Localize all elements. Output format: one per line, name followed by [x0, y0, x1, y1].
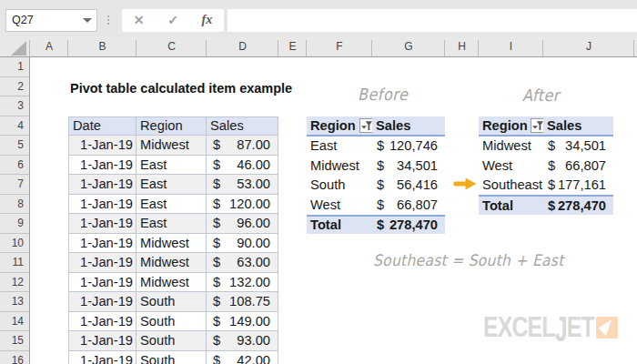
data-cell-date[interactable]: 1-Jan-19: [68, 214, 136, 234]
row-header-11[interactable]: 11: [0, 253, 29, 273]
data-cell-sales[interactable]: $149.00: [207, 312, 278, 332]
select-all-corner[interactable]: [0, 36, 30, 56]
row-header-8[interactable]: 8: [0, 195, 29, 215]
data-cell-sales[interactable]: $120.00: [207, 195, 278, 215]
before-row-sales[interactable]: $34,501: [372, 156, 445, 176]
column-header-J[interactable]: J: [543, 36, 634, 56]
column-header-D[interactable]: D: [207, 36, 278, 56]
data-cell-date[interactable]: 1-Jan-19: [68, 156, 136, 176]
data-cell-date[interactable]: 1-Jan-19: [68, 195, 136, 215]
before-row-sales[interactable]: $66,807: [372, 195, 445, 215]
data-cell-date[interactable]: 1-Jan-19: [68, 273, 136, 293]
before-row-region[interactable]: West: [307, 195, 372, 215]
before-total-label[interactable]: Total: [307, 215, 372, 235]
data-cell-date[interactable]: 1-Jan-19: [68, 331, 136, 351]
column-header-G[interactable]: G: [372, 36, 445, 56]
data-cell-sales[interactable]: $132.00: [207, 273, 278, 293]
data-cell-date[interactable]: 1-Jan-19: [68, 234, 136, 254]
data-cell-region[interactable]: Midwest: [136, 253, 207, 273]
data-cell-date[interactable]: 1-Jan-19: [68, 175, 136, 195]
cancel-icon[interactable]: ✕: [134, 14, 145, 26]
after-header-sales[interactable]: Sales: [543, 116, 613, 136]
column-header-I[interactable]: I: [479, 36, 543, 56]
row-header-13[interactable]: 13: [0, 292, 29, 312]
after-row-sales[interactable]: $34,501: [543, 136, 613, 157]
column-header-F[interactable]: F: [307, 36, 372, 56]
data-cell-date[interactable]: 1-Jan-19: [68, 253, 136, 273]
row-header-12[interactable]: 12: [0, 273, 29, 293]
filter-icon[interactable]: [531, 118, 543, 133]
data-cell-sales[interactable]: $108.75: [207, 292, 278, 312]
before-row-region[interactable]: East: [307, 136, 372, 157]
before-header-sales[interactable]: Sales: [372, 116, 445, 136]
column-header-H[interactable]: H: [445, 36, 479, 56]
name-box[interactable]: Q27: [5, 9, 97, 32]
currency-symbol: $: [213, 255, 220, 269]
row-header-1[interactable]: 1: [0, 57, 29, 77]
after-total-label[interactable]: Total: [479, 195, 543, 215]
data-table-header-region[interactable]: Region: [136, 116, 207, 136]
data-cell-region[interactable]: East: [136, 195, 207, 215]
before-row-region[interactable]: South: [307, 176, 372, 196]
row-header-3[interactable]: 3: [0, 96, 29, 116]
data-cell-sales[interactable]: $63.00: [207, 253, 278, 273]
before-row-sales[interactable]: $120,746: [372, 136, 445, 157]
after-header-region[interactable]: Region: [479, 116, 543, 136]
data-cell-date[interactable]: 1-Jan-19: [68, 351, 136, 364]
after-row-region[interactable]: Midwest: [479, 136, 543, 157]
data-cell-region[interactable]: South: [136, 312, 207, 332]
data-cell-region[interactable]: South: [136, 331, 207, 351]
row-header-6[interactable]: 6: [0, 156, 29, 176]
row-header-10[interactable]: 10: [0, 234, 29, 254]
row-header-15[interactable]: 15: [0, 331, 29, 351]
row-header-9[interactable]: 9: [0, 214, 29, 234]
data-table-header-date[interactable]: Date: [68, 116, 136, 136]
column-header-E[interactable]: E: [278, 36, 307, 56]
column-header-C[interactable]: C: [136, 36, 207, 56]
row-header-5[interactable]: 5: [0, 136, 29, 156]
name-box-dropdown-icon[interactable]: [83, 18, 92, 23]
enter-icon[interactable]: ✓: [167, 14, 178, 26]
data-cell-date[interactable]: 1-Jan-19: [68, 292, 136, 312]
data-cell-sales[interactable]: $53.00: [207, 175, 278, 195]
before-total-amount[interactable]: $278,470: [372, 215, 445, 235]
row-header-4[interactable]: 4: [0, 116, 29, 136]
row-header-16[interactable]: 16: [0, 351, 29, 364]
data-cell-region[interactable]: South: [136, 351, 207, 364]
row-header-14[interactable]: 14: [0, 312, 29, 332]
exceljet-logo: EXCELJET: [483, 313, 629, 349]
before-header-region[interactable]: Region: [307, 116, 372, 136]
data-cell-region[interactable]: South: [136, 292, 207, 312]
data-cell-sales[interactable]: $90.00: [207, 234, 278, 254]
data-cell-sales[interactable]: $46.00: [207, 156, 278, 176]
currency-symbol: $: [377, 138, 384, 153]
formula-buttons: ✕ ✓ fx: [122, 9, 224, 32]
data-cell-date[interactable]: 1-Jan-19: [68, 136, 136, 156]
data-cell-sales[interactable]: $93.00: [207, 331, 278, 351]
data-cell-region[interactable]: Midwest: [136, 136, 207, 156]
column-header-A[interactable]: A: [30, 36, 68, 56]
row-header-7[interactable]: 7: [0, 175, 29, 195]
column-header-B[interactable]: B: [68, 36, 136, 56]
data-cell-region[interactable]: East: [136, 214, 207, 234]
filter-icon[interactable]: [359, 118, 372, 133]
insert-function-icon[interactable]: fx: [201, 13, 212, 27]
after-row-sales[interactable]: $177,161: [543, 176, 613, 196]
formula-bar-input[interactable]: [228, 9, 637, 32]
before-row-region[interactable]: Midwest: [307, 156, 372, 176]
before-row-sales[interactable]: $56,416: [372, 176, 445, 196]
data-cell-region[interactable]: East: [136, 156, 207, 176]
after-total-amount[interactable]: $278,470: [543, 195, 613, 215]
data-cell-sales[interactable]: $42.00: [207, 351, 278, 364]
data-cell-sales[interactable]: $87.00: [207, 136, 278, 156]
after-row-region[interactable]: West: [479, 156, 543, 176]
data-cell-date[interactable]: 1-Jan-19: [68, 312, 136, 332]
data-cell-sales[interactable]: $96.00: [207, 214, 278, 234]
data-cell-region[interactable]: East: [136, 175, 207, 195]
data-table-header-sales[interactable]: Sales: [207, 116, 278, 136]
after-row-region[interactable]: Southeast: [479, 176, 543, 196]
data-cell-region[interactable]: Midwest: [136, 273, 207, 293]
row-header-2[interactable]: 2: [0, 77, 29, 97]
data-cell-region[interactable]: Midwest: [136, 234, 207, 254]
after-row-sales[interactable]: $66,807: [543, 156, 613, 176]
